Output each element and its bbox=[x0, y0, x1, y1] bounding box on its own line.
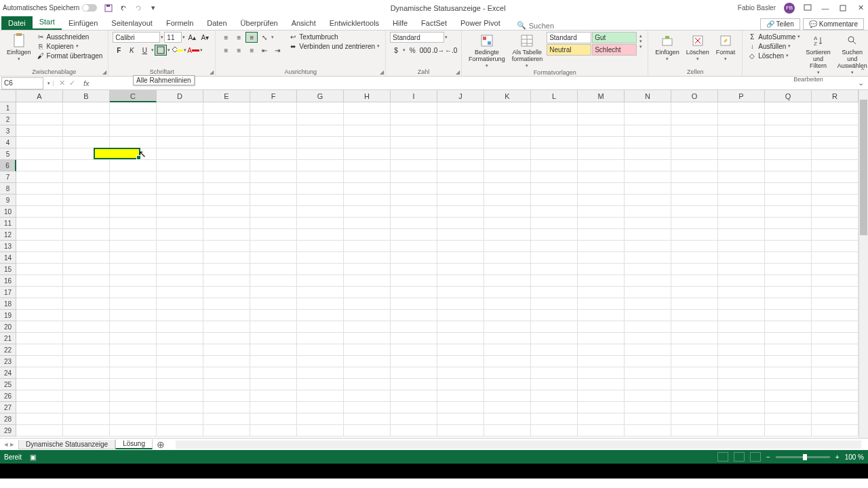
cell[interactable] bbox=[203, 402, 250, 413]
styles-scroll-down[interactable]: ▾ bbox=[639, 39, 642, 44]
cell[interactable] bbox=[765, 344, 812, 356]
cell[interactable] bbox=[718, 241, 765, 252]
cell[interactable] bbox=[484, 125, 531, 137]
cell[interactable] bbox=[391, 171, 437, 183]
cell[interactable] bbox=[110, 402, 157, 413]
cell[interactable] bbox=[718, 402, 765, 413]
cell[interactable] bbox=[437, 195, 484, 206]
add-sheet-button[interactable]: ⊕ bbox=[153, 439, 169, 450]
name-box-dropdown[interactable]: ▾ bbox=[45, 81, 54, 86]
cell[interactable] bbox=[718, 275, 765, 287]
cell[interactable] bbox=[671, 287, 718, 298]
cell[interactable] bbox=[157, 102, 203, 114]
cell[interactable] bbox=[16, 218, 63, 229]
cell[interactable] bbox=[63, 367, 110, 379]
cell[interactable] bbox=[625, 218, 671, 229]
col-header-B[interactable]: B bbox=[63, 90, 110, 102]
cell[interactable] bbox=[437, 206, 484, 218]
cell[interactable] bbox=[344, 229, 391, 241]
cell[interactable] bbox=[625, 275, 671, 287]
cell[interactable] bbox=[625, 206, 671, 218]
cell[interactable] bbox=[531, 402, 578, 413]
cell[interactable] bbox=[297, 195, 344, 206]
cell[interactable] bbox=[297, 148, 344, 160]
col-header-J[interactable]: J bbox=[437, 90, 484, 102]
cell[interactable] bbox=[578, 229, 625, 241]
cell[interactable] bbox=[812, 125, 859, 137]
cell[interactable] bbox=[437, 171, 484, 183]
cell[interactable] bbox=[625, 241, 671, 252]
cell[interactable] bbox=[157, 379, 203, 390]
cell[interactable] bbox=[625, 298, 671, 310]
cell[interactable] bbox=[250, 333, 297, 344]
cell[interactable] bbox=[297, 125, 344, 137]
cell[interactable] bbox=[531, 229, 578, 241]
cell[interactable] bbox=[812, 264, 859, 275]
cell[interactable] bbox=[344, 425, 391, 436]
cell[interactable] bbox=[578, 148, 625, 160]
cell[interactable] bbox=[671, 218, 718, 229]
cell[interactable] bbox=[203, 310, 250, 321]
cell[interactable] bbox=[203, 102, 250, 114]
cell[interactable] bbox=[63, 137, 110, 148]
cell[interactable] bbox=[203, 125, 250, 137]
cell[interactable] bbox=[812, 413, 859, 425]
col-header-F[interactable]: F bbox=[250, 90, 297, 102]
cell[interactable] bbox=[110, 413, 157, 425]
cell[interactable] bbox=[250, 356, 297, 367]
accounting-button[interactable]: $ bbox=[390, 45, 402, 56]
cell[interactable] bbox=[16, 264, 63, 275]
cell[interactable] bbox=[718, 171, 765, 183]
cell[interactable] bbox=[16, 125, 63, 137]
cell[interactable] bbox=[250, 310, 297, 321]
cell[interactable] bbox=[765, 160, 812, 171]
cell[interactable] bbox=[110, 367, 157, 379]
cell[interactable] bbox=[63, 183, 110, 195]
cell[interactable] bbox=[765, 367, 812, 379]
cell[interactable] bbox=[16, 241, 63, 252]
cell[interactable] bbox=[157, 298, 203, 310]
cell[interactable] bbox=[484, 275, 531, 287]
zoom-slider[interactable] bbox=[776, 456, 830, 458]
col-header-A[interactable]: A bbox=[16, 90, 63, 102]
cell[interactable] bbox=[671, 321, 718, 333]
cell[interactable] bbox=[250, 402, 297, 413]
cell[interactable] bbox=[391, 252, 437, 264]
cell[interactable] bbox=[765, 310, 812, 321]
cell[interactable] bbox=[250, 413, 297, 425]
cell[interactable] bbox=[157, 229, 203, 241]
cell[interactable] bbox=[297, 160, 344, 171]
cell[interactable] bbox=[437, 137, 484, 148]
cell[interactable] bbox=[391, 241, 437, 252]
cell[interactable] bbox=[671, 425, 718, 436]
sheet-next-icon[interactable]: ▸ bbox=[10, 440, 14, 449]
cell[interactable] bbox=[63, 229, 110, 241]
underline-button[interactable]: U bbox=[138, 45, 151, 56]
cell[interactable] bbox=[671, 195, 718, 206]
cell[interactable] bbox=[391, 402, 437, 413]
cell[interactable] bbox=[16, 310, 63, 321]
cell[interactable] bbox=[157, 321, 203, 333]
format-cells-button[interactable]: Format▾ bbox=[713, 32, 738, 63]
cell[interactable] bbox=[63, 125, 110, 137]
cell[interactable] bbox=[812, 171, 859, 183]
horizontal-scrollbar[interactable] bbox=[176, 441, 861, 449]
cell[interactable] bbox=[16, 413, 63, 425]
tab-powerpivot[interactable]: Power Pivot bbox=[454, 16, 507, 30]
cell[interactable] bbox=[437, 402, 484, 413]
cell[interactable] bbox=[157, 344, 203, 356]
cell[interactable] bbox=[297, 114, 344, 125]
cell[interactable] bbox=[344, 206, 391, 218]
cell[interactable] bbox=[765, 425, 812, 436]
cell[interactable] bbox=[484, 114, 531, 125]
cell[interactable] bbox=[157, 390, 203, 402]
cell[interactable] bbox=[578, 344, 625, 356]
cell[interactable] bbox=[671, 367, 718, 379]
tab-file[interactable]: Datei bbox=[1, 16, 33, 30]
cell[interactable] bbox=[718, 264, 765, 275]
cell[interactable] bbox=[157, 367, 203, 379]
row-header-18[interactable]: 18 bbox=[0, 298, 16, 310]
cell[interactable] bbox=[391, 390, 437, 402]
row-header-27[interactable]: 27 bbox=[0, 402, 16, 413]
cell[interactable] bbox=[297, 390, 344, 402]
